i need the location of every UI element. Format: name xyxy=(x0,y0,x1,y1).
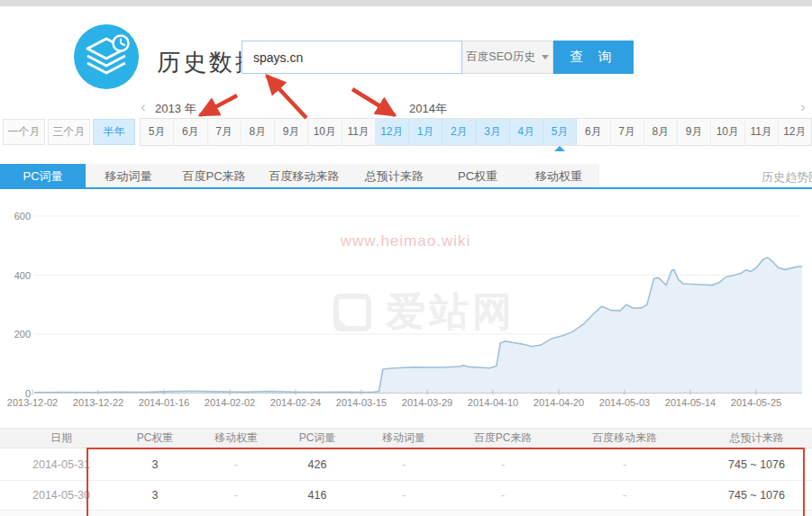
year-label-2013: 2013 年 xyxy=(155,101,196,117)
x-tick-label: 2014-05-14 xyxy=(658,397,723,408)
table-row[interactable]: 2014-05-313-426---745 ~ 1076 xyxy=(0,448,812,481)
tab-百度PC来路[interactable]: 百度PC来路 xyxy=(171,164,257,189)
month-cell-2014-7月[interactable]: 7月 xyxy=(611,119,644,145)
column-header-总预计来路: 总预计来路 xyxy=(701,429,812,448)
column-header-百度PC来路: 百度PC来路 xyxy=(458,429,548,448)
search-input[interactable] xyxy=(242,41,462,74)
table-cell: 745 ~ 1076 xyxy=(701,481,812,510)
month-cell-2014-5月[interactable]: 5月 xyxy=(543,119,577,145)
month-cell-2014-11月[interactable]: 11月 xyxy=(745,119,779,145)
month-cell-2013-7月[interactable]: 7月 xyxy=(208,119,242,145)
table-cell: 3 xyxy=(123,481,187,510)
metric-tab-bar: PC词量移动词量百度PC来路百度移动来路总预计来路PC权重移动权重 xyxy=(0,164,599,189)
tab-PC词量[interactable]: PC词量 xyxy=(0,164,86,189)
month-cell-2013-6月[interactable]: 6月 xyxy=(174,119,207,145)
x-tick-label: 2014-02-24 xyxy=(263,397,328,408)
month-cell-2014-4月[interactable]: 4月 xyxy=(510,119,543,145)
table-header-row: 日期PC权重移动权重PC词量移动词量百度PC来路百度移动来路总预计来路 xyxy=(0,428,812,448)
arrow-to-search-input xyxy=(267,76,306,118)
tab-移动权重[interactable]: 移动权重 xyxy=(518,164,599,189)
page: 历史数据 百度SEO历史 查 询 一个月三个月半年 ‹ 2013 年 2014年… xyxy=(0,0,812,516)
table-body: 2014-05-313-426---745 ~ 10762014-05-303-… xyxy=(0,448,812,511)
table-cell: 2014-05-30 xyxy=(0,481,123,510)
month-cell-2013-11月[interactable]: 11月 xyxy=(342,119,376,145)
column-header-PC词量: PC词量 xyxy=(285,429,350,448)
table-cell: - xyxy=(187,481,285,510)
period-tab-一个月[interactable]: 一个月 xyxy=(3,119,45,145)
x-tick-label: 2014-05-25 xyxy=(724,397,789,408)
month-cell-2014-12月[interactable]: 12月 xyxy=(779,119,811,145)
trend-area-chart[interactable] xyxy=(0,189,812,401)
column-header-移动词量: 移动词量 xyxy=(350,429,458,448)
month-cell-2014-2月[interactable]: 2月 xyxy=(442,119,476,145)
history-data-logo-icon xyxy=(74,24,139,89)
selected-month-marker-icon xyxy=(554,146,565,151)
month-cell-2014-6月[interactable]: 6月 xyxy=(577,119,610,145)
tab-移动词量[interactable]: 移动词量 xyxy=(86,164,171,189)
top-strip xyxy=(0,0,812,6)
period-tab-半年[interactable]: 半年 xyxy=(93,119,135,145)
search-type-label: 百度SEO历史 xyxy=(466,50,534,65)
arrow-to-month-jun-2013 xyxy=(200,95,237,115)
search-type-dropdown[interactable]: 百度SEO历史 xyxy=(462,41,553,74)
month-cell-2013-12月[interactable]: 12月 xyxy=(376,119,409,145)
x-tick-label: 2013-12-02 xyxy=(0,397,65,408)
table-cell: - xyxy=(350,448,458,480)
month-cell-2013-10月[interactable]: 10月 xyxy=(308,119,342,145)
x-tick-label: 2014-04-10 xyxy=(461,397,525,408)
x-tick-label: 2013-12-22 xyxy=(66,397,131,408)
year-label-2014: 2014年 xyxy=(409,101,447,117)
x-tick-label: 2014-03-15 xyxy=(329,397,394,408)
table-cell: - xyxy=(350,481,458,510)
y-tick-label: 400 xyxy=(4,270,31,281)
prev-year-arrow-icon[interactable]: ‹ xyxy=(141,99,146,114)
column-header-PC权重: PC权重 xyxy=(123,429,187,448)
query-button[interactable]: 查 询 xyxy=(553,41,634,74)
tab-百度移动来路[interactable]: 百度移动来路 xyxy=(257,164,351,189)
table-cell: - xyxy=(458,481,548,510)
period-tab-三个月[interactable]: 三个月 xyxy=(48,119,90,145)
month-cell-2014-3月[interactable]: 3月 xyxy=(477,119,510,145)
column-header-移动权重: 移动权重 xyxy=(187,429,285,448)
month-cell-2013-9月[interactable]: 9月 xyxy=(275,119,308,145)
x-tick-label: 2014-05-03 xyxy=(592,397,657,408)
next-year-arrow-icon[interactable]: › xyxy=(800,99,806,114)
month-cell-2014-1月[interactable]: 1月 xyxy=(409,119,442,145)
history-trend-link[interactable]: 历史趋势图 xyxy=(762,169,812,186)
tab-总预计来路[interactable]: 总预计来路 xyxy=(351,164,437,189)
table-next-row-partial xyxy=(0,511,812,516)
table-cell: - xyxy=(458,448,548,480)
month-cell-2013-5月[interactable]: 5月 xyxy=(141,119,174,145)
table-cell: 745 ~ 1076 xyxy=(701,448,812,480)
table-cell: 426 xyxy=(285,448,350,480)
month-cell-2014-8月[interactable]: 8月 xyxy=(644,119,678,145)
column-header-百度移动来路: 百度移动来路 xyxy=(548,429,701,448)
y-tick-label: 600 xyxy=(4,211,31,222)
month-cell-2013-8月[interactable]: 8月 xyxy=(242,119,275,145)
month-cell-2014-10月[interactable]: 10月 xyxy=(711,119,744,145)
table-row[interactable]: 2014-05-303-416---745 ~ 1076 xyxy=(0,481,812,511)
x-tick-label: 2014-04-20 xyxy=(526,397,591,408)
arrow-to-month-dec-2013 xyxy=(352,89,395,115)
x-tick-label: 2014-02-02 xyxy=(197,397,262,408)
table-cell: - xyxy=(187,448,285,480)
tab-PC权重[interactable]: PC权重 xyxy=(437,164,518,189)
month-cell-2014-9月[interactable]: 9月 xyxy=(678,119,711,145)
chevron-down-icon xyxy=(542,55,549,59)
table-cell: 2014-05-31 xyxy=(0,448,123,480)
table-cell: 416 xyxy=(285,481,350,510)
month-selector-strip: 5月6月7月8月9月10月11月12月1月2月3月4月5月6月7月8月9月10月… xyxy=(140,118,812,146)
period-tab-group: 一个月三个月半年 xyxy=(3,119,135,145)
y-tick-label: 200 xyxy=(4,329,31,339)
table-cell: - xyxy=(548,481,701,510)
table-cell: 3 xyxy=(123,448,187,480)
x-tick-label: 2014-01-16 xyxy=(132,397,196,408)
column-header-日期: 日期 xyxy=(0,429,123,448)
x-tick-label: 2014-03-29 xyxy=(395,397,460,408)
table-cell: - xyxy=(548,448,701,480)
